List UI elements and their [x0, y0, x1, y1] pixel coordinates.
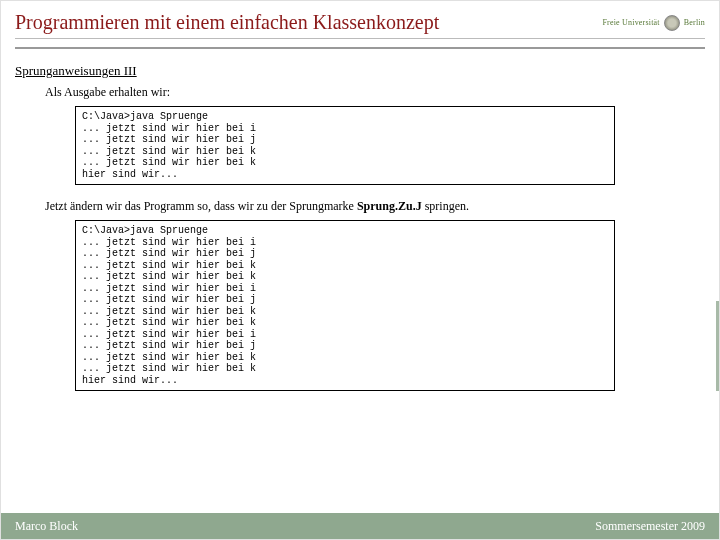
- code-output-2: C:\Java>java Spruenge ... jetzt sind wir…: [75, 220, 615, 391]
- section-subheading: Sprunganweisungen III: [15, 63, 705, 79]
- page-accent: [716, 301, 719, 391]
- divider-thin: [15, 38, 705, 39]
- slide-title: Programmieren mit einem einfachen Klasse…: [15, 11, 439, 34]
- intro-text: Als Ausgabe erhalten wir:: [45, 85, 705, 100]
- footer: Marco Block Sommersemester 2009: [1, 513, 719, 539]
- university-logo: Freie Universität Berlin: [602, 15, 705, 31]
- between-pre: Jetzt ändern wir das Programm so, dass w…: [45, 199, 357, 213]
- seal-icon: [664, 15, 680, 31]
- slide: Programmieren mit einem einfachen Klasse…: [0, 0, 720, 540]
- between-text: Jetzt ändern wir das Programm so, dass w…: [45, 199, 705, 214]
- footer-author: Marco Block: [15, 519, 78, 534]
- between-bold: Sprung.Zu.J: [357, 199, 422, 213]
- footer-term: Sommersemester 2009: [595, 519, 705, 534]
- between-post: springen.: [422, 199, 469, 213]
- divider-thick: [15, 47, 705, 49]
- logo-city: Berlin: [684, 18, 705, 27]
- logo-text: Freie Universität: [602, 18, 659, 27]
- header: Programmieren mit einem einfachen Klasse…: [15, 11, 705, 34]
- code-output-1: C:\Java>java Spruenge ... jetzt sind wir…: [75, 106, 615, 185]
